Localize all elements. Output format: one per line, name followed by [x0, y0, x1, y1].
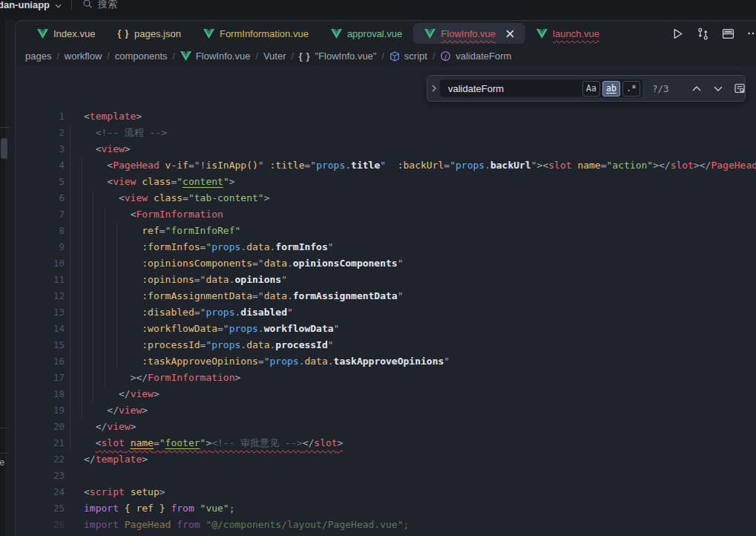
line-number: 17	[16, 370, 65, 386]
line-number: 2	[16, 125, 65, 141]
code-line-14[interactable]: 14 :workflowData="props.workflowData"	[16, 321, 756, 337]
find-input-box: Aa ab .*	[440, 79, 642, 97]
sidebar-divider	[0, 453, 9, 454]
breadcrumb-item-Vuter[interactable]: Vuter	[263, 50, 286, 62]
regex-toggle[interactable]: .*	[622, 81, 640, 97]
line-number: 23	[16, 468, 65, 484]
code-line-26[interactable]: 26import PageHead from "@/components/lay…	[16, 517, 756, 533]
breadcrumb-item-components[interactable]: components	[115, 50, 168, 62]
breadcrumb-item-script[interactable]: script	[389, 50, 427, 62]
vue-icon	[203, 29, 214, 39]
tab-FlowInfo.vue[interactable]: FlowInfo.vue	[413, 23, 525, 44]
code-line-2[interactable]: 2 <!-- 流程 -->	[16, 125, 756, 141]
whole-word-toggle[interactable]: ab	[602, 81, 620, 97]
code-line-1[interactable]: 1<template>	[16, 108, 756, 125]
line-number: 12	[16, 288, 65, 304]
tab-pages.json[interactable]: { }pages.json	[106, 23, 192, 44]
code-line-16[interactable]: 16 :taskApproveOpinions="props.data.task…	[16, 353, 756, 370]
code-line-8[interactable]: 8 ref="formInfoRef"	[16, 223, 756, 239]
line-content: :workflowData="props.workflowData"	[84, 321, 339, 337]
code-line-21[interactable]: 21 <slot name="footer"><!-- 审批意见 --></sl…	[16, 435, 756, 451]
line-content: </view>	[84, 386, 160, 402]
breadcrumb-separator: /	[173, 51, 175, 62]
line-number: 25	[16, 500, 65, 517]
line-content: :processId="props.data.processId"	[84, 337, 334, 353]
code-line-23[interactable]: 23	[16, 468, 756, 484]
line-number: 20	[16, 419, 65, 435]
next-match-button[interactable]	[711, 81, 726, 96]
line-content: ref="formInfoRef"	[84, 223, 240, 239]
code-line-22[interactable]: 22</template>	[16, 451, 756, 468]
code-line-11[interactable]: 11 :opinions="data.opinions"	[16, 272, 756, 288]
breadcrumb-item-workflow[interactable]: workflow	[65, 50, 102, 62]
code-editor[interactable]: 1<template>2 <!-- 流程 -->3 <view>4 <PageH…	[16, 66, 756, 536]
tab-Index.vue[interactable]: Index.vue	[26, 23, 106, 44]
code-line-7[interactable]: 7 <FormInformation	[16, 206, 756, 223]
breadcrumb-item-FlowInfo.vue[interactable]: { }"FlowInfo.vue"	[299, 50, 377, 62]
tab-label: FlowInfo.vue	[441, 28, 496, 39]
line-content: :disabled="props.disabled"	[84, 304, 293, 321]
code-line-12[interactable]: 12 :formAssignmentData="data.formAssignm…	[16, 288, 756, 304]
line-number: 3	[16, 141, 65, 157]
error-squiggle-span: <slot name="footer"><!-- 审批意见 --></slot>	[96, 437, 344, 448]
line-content: :formInfos="props.data.formInfos"	[84, 239, 334, 255]
code-line-4[interactable]: 4 <PageHead v-if="!isInApp()" :title="pr…	[16, 157, 756, 174]
code-line-13[interactable]: 13 :disabled="props.disabled"	[16, 304, 756, 321]
line-number: 15	[16, 337, 65, 353]
open-changes-button[interactable]	[697, 27, 709, 40]
tab-approval.vue[interactable]: approval.vue	[320, 23, 413, 44]
line-content: </template>	[84, 451, 148, 468]
toggle-replace-icon[interactable]	[432, 85, 436, 92]
braces-icon: { }	[299, 51, 311, 62]
tab-bar: Index.vue{ }pages.jsonFormInformation.vu…	[16, 21, 756, 46]
match-count: ?/3	[652, 83, 677, 94]
previous-match-button[interactable]	[689, 81, 704, 96]
find-in-selection-button[interactable]	[732, 81, 747, 96]
code-line-25[interactable]: 25import { ref } from "vue";	[16, 500, 756, 517]
breadcrumb-label: workflow	[65, 50, 102, 62]
code-line-19[interactable]: 19 </view>	[16, 402, 756, 419]
tab-launch.vue[interactable]: launch.vue	[525, 23, 611, 44]
code-line-3[interactable]: 3 <view>	[16, 141, 756, 157]
line-number: 1	[16, 108, 65, 125]
run-button[interactable]	[671, 27, 684, 40]
line-number: 24	[16, 484, 65, 500]
titlebar-divider	[71, 0, 72, 10]
code-line-24[interactable]: 24<script setup>	[16, 484, 756, 500]
breadcrumb-separator: /	[56, 51, 59, 62]
find-input[interactable]	[447, 82, 580, 95]
code-line-20[interactable]: 20 </view>	[16, 419, 756, 435]
code-line-6[interactable]: 6 <view class="tab-content">	[16, 190, 756, 206]
breadcrumb-item-FlowInfo.vue[interactable]: FlowInfo.vue	[180, 50, 251, 62]
project-switcher[interactable]: dan-uniapp	[0, 0, 62, 10]
breadcrumb-item-pages[interactable]: pages	[25, 50, 51, 62]
code-line-9[interactable]: 9 :formInfos="props.data.formInfos"	[16, 239, 756, 255]
search-icon	[82, 0, 93, 11]
code-line-17[interactable]: 17 ></FormInformation>	[16, 370, 756, 386]
code-line-15[interactable]: 15 :processId="props.data.processId"	[16, 337, 756, 353]
line-number: 18	[16, 386, 65, 402]
close-icon[interactable]	[506, 30, 514, 38]
sidebar-panel-edge	[5, 20, 15, 536]
global-search[interactable]: 搜索	[82, 0, 117, 11]
tab-FormInformation.vue[interactable]: FormInformation.vue	[192, 23, 320, 44]
code-line-10[interactable]: 10 :opinionsComponents="data.opinionsCom…	[16, 255, 756, 272]
line-content: <template>	[84, 108, 142, 125]
match-case-toggle[interactable]: Aa	[582, 81, 600, 97]
vue-icon	[180, 51, 191, 61]
function-icon: f	[440, 50, 451, 62]
line-content: :taskApproveOpinions="props.data.taskApp…	[84, 353, 450, 370]
tab-label: FormInformation.vue	[220, 28, 309, 39]
sidebar-scrollbar-thumb[interactable]	[1, 138, 7, 159]
line-content: :formAssignmentData="data.formAssignment…	[84, 288, 404, 304]
chevron-down-icon	[55, 0, 62, 10]
split-editor-button[interactable]	[722, 27, 734, 40]
tab-label: pages.json	[134, 28, 181, 39]
line-number: 19	[16, 402, 65, 419]
tab-label: launch.vue	[553, 28, 599, 39]
line-number: 9	[16, 239, 65, 255]
code-line-18[interactable]: 18 </view>	[16, 386, 756, 402]
breadcrumb-item-validateForm[interactable]: fvalidateForm	[440, 50, 511, 62]
more-actions-button[interactable]	[747, 27, 756, 39]
code-line-5[interactable]: 5 <view class="content">	[16, 174, 756, 190]
